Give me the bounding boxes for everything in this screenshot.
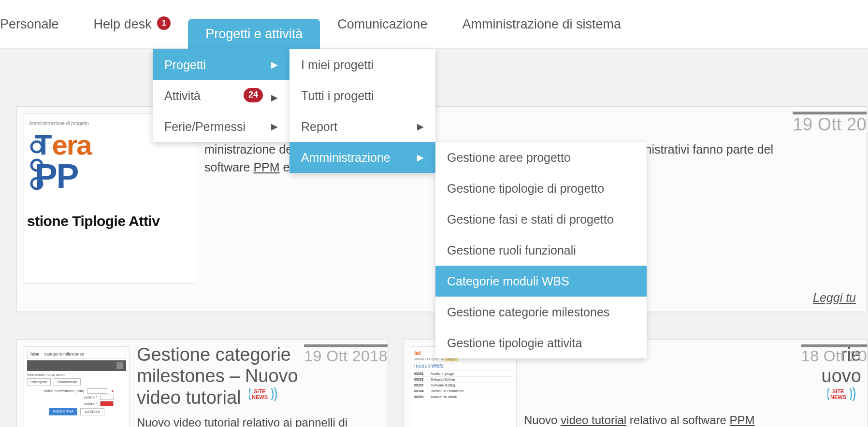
ppm-link[interactable]: PPM [253,160,279,174]
menu-ferie-label: Ferie/Permessi [164,120,246,134]
nav-personale[interactable]: Personale [0,9,76,39]
menu-progetti[interactable]: Progetti ▶ [153,49,289,80]
svg-text:SITE: SITE [254,388,265,394]
news-bl-text-pre: Nuovo [137,416,174,427]
submenu-level3: Gestione aree progetto Gestione tipologi… [435,142,647,358]
menu-attivita-label: Attività [164,89,201,103]
chevron-right-icon: ▶ [271,121,278,132]
svg-point-2 [31,178,42,189]
chevron-right-icon: ▶ [271,59,278,70]
chevron-right-icon: ▶ [417,121,424,132]
logo-dots-icon [30,140,49,200]
thumb-table-row: 00304Rilascio in Produzione [414,388,513,394]
news-top-date: 19 Ott 20 [793,112,867,135]
nav-helpdesk[interactable]: Help desk 1 [76,9,188,39]
menu-gestione-aree-progetto[interactable]: Gestione aree progetto [435,142,647,173]
menu3-tipatt-label: Gestione tipologie attivita [447,336,582,350]
menu-ferie-permessi[interactable]: Ferie/Permessi ▶ [153,111,289,142]
video-tutorial-link-2[interactable]: video tutorial [561,413,626,427]
site-news-icon: SITENEWS [827,386,861,402]
news-bl-title: Gestione categorie milestones – Nuovo vi… [137,344,306,409]
thumb-logo-line2: PP [35,157,195,196]
news-bl-text: Nuovo video tutorial relativo ai pannell… [137,414,382,427]
menu3-milestones-label: Gestione categorie milestones [447,305,609,319]
news-bl-date: 19 Ott 2018 [304,344,388,365]
menu-progetti-label: Progetti [164,58,206,72]
thumb-table-row: 00301Analisi di proge [414,370,513,376]
menu-admin-label: Amministrazione [301,151,391,165]
menu-attivita-right: 24 ▶ [242,88,278,104]
menu-miei-progetti[interactable]: I miei progetti [289,49,435,80]
menu-gestione-tipologie-attivita[interactable]: Gestione tipologie attivita [435,327,647,358]
menu-tutti-label: Tutti i progetti [301,89,374,103]
nav-helpdesk-label: Help desk [94,17,152,31]
ppm-link-2[interactable]: PPM [730,413,755,427]
menu3-tipprog-label: Gestione tipologie di progetto [447,182,604,196]
thumb-header-title: categorie milestones [44,352,85,356]
thumb-caption: stione Tiplogie Attiv [27,213,195,229]
nav-comunicazione[interactable]: Comunicazione [320,9,445,39]
read-all-link[interactable]: Leggi tu [813,291,856,305]
news-br-text-pre: Nuovo [524,413,561,427]
svg-point-1 [31,160,42,171]
menu-gestione-tipologie-progetto[interactable]: Gestione tipologie di progetto [435,173,647,204]
submenu-level2: I miei progetti Tutti i progetti Report … [289,49,435,173]
svg-text:NEWS: NEWS [252,394,268,400]
site-news-icon: SITENEWS [249,386,283,402]
thumb-table-row: 00305Assistenza clienti [414,394,513,399]
svg-text:SITE: SITE [832,388,844,394]
menu-miei-label: I miei progetti [301,58,374,72]
thumb-mini-ui: lubecategorie milestones Inserimento nuo… [27,350,126,427]
thumb2-title: moduli WBS [414,363,513,369]
nav-progetti-attivita[interactable]: Progetti e attività [188,19,320,49]
menu-report-label: Report [301,120,337,134]
menu-report[interactable]: Report ▶ [289,111,435,142]
menu-gestione-categorie-milestones[interactable]: Gestione categorie milestones [435,297,647,327]
news-bl-thumbnail: lubecategorie milestones Inserimento nuo… [24,346,130,427]
thumb-reset-button: AZZERA [80,408,104,415]
top-nav: Personale Help desk 1 Progetti e attivit… [0,0,868,49]
attivita-badge: 24 [244,88,263,102]
news-br-text-mid: relativo al software [626,413,729,427]
news-br-title-l2: uovo [822,366,861,386]
menu-gestione-ruoli-funzionali[interactable]: Gestione ruoli funzionali [435,235,647,266]
chevron-right-icon: ▶ [271,93,278,102]
svg-text:NEWS: NEWS [830,394,846,400]
menu3-aree-label: Gestione aree progetto [447,151,571,165]
submenu-level1: Progetti ▶ Attività 24 ▶ Ferie/Permessi … [153,49,289,142]
menu-gestione-fasi-stati[interactable]: Gestione fasi e stati di progetto [435,204,647,235]
thumb-table-row: 00305Software testing [414,382,513,388]
video-tutorial-link[interactable]: video tutorial [174,416,239,427]
news-bl-text-post: relativo ai pannelli di [239,416,347,427]
news-br-thumbnail: let attività › Progetti › ● Progetti mod… [411,346,517,427]
menu-amministrazione[interactable]: Amministrazione ▶ [289,142,435,173]
menu3-ruoli-label: Gestione ruoli funzionali [447,243,576,257]
chevron-right-icon: ▶ [417,152,424,163]
menu3-wbs-label: Categorie moduli WBS [447,274,569,288]
news-br-text: Nuovo video tutorial relativo al softwar… [524,412,755,427]
menu-tutti-progetti[interactable]: Tutti i progetti [289,80,435,111]
menu-attivita[interactable]: Attività 24 ▶ [153,80,289,111]
news-card-bottom-left: lubecategorie milestones Inserimento nuo… [16,339,388,427]
menu3-fasi-label: Gestione fasi e stati di progetto [447,213,614,227]
thumb-app-name: lube [30,352,40,356]
svg-point-0 [31,142,42,152]
thumb-table-row: 00303Sviluppo Softwa [414,376,513,382]
menu-categorie-moduli-wbs[interactable]: Categorie moduli WBS [435,266,647,297]
thumb-update-button: AGGIORNA [49,408,77,415]
thumb-mini-ui2: let attività › Progetti › ● Progetti mod… [414,350,513,427]
thumb-small-caption: Amministrazione di progetto [29,121,89,126]
nav-amministrazione-sistema[interactable]: Amministrazione di sistema [445,9,638,39]
news-br-date: 18 Ott 20 [801,344,867,365]
helpdesk-badge: 1 [157,16,171,30]
